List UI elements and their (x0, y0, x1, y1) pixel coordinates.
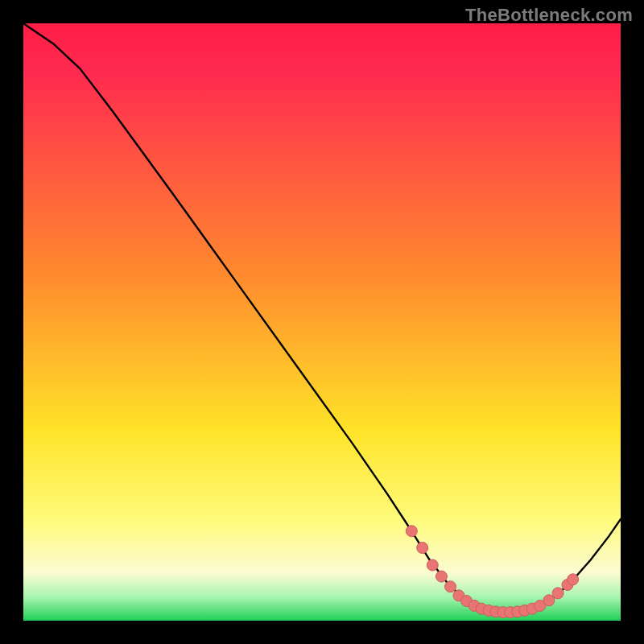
highlight-dot (568, 574, 579, 585)
highlight-dot (417, 542, 428, 553)
highlight-dot (436, 571, 447, 582)
plot-area (23, 23, 621, 621)
chart-svg (23, 23, 621, 621)
highlight-dot (445, 581, 456, 592)
highlight-dot (406, 526, 417, 537)
highlight-dot (552, 588, 564, 599)
highlight-dot (427, 559, 438, 571)
chart-stage: TheBottleneck.com (0, 0, 644, 644)
